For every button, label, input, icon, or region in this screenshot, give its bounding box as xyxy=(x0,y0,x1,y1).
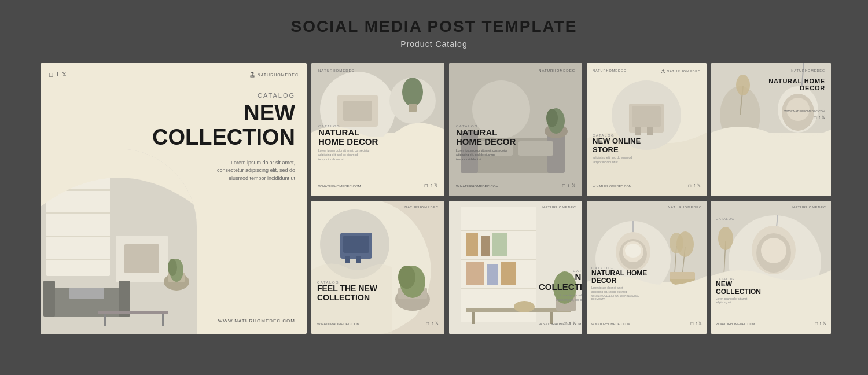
card2-url: W.NATURHOMEDEC.COM xyxy=(318,185,361,188)
card9-text: CATALOG NEWCOLLECTION Lorem ipsum dolor … xyxy=(716,277,761,305)
card9-social-icons: ◻ f 𝕏 xyxy=(815,321,826,326)
svg-rect-72 xyxy=(461,288,536,289)
card8-body: Lorem ipsum dolor sit ametadipiscing eli… xyxy=(591,286,647,302)
svg-rect-47 xyxy=(647,127,653,135)
card-8-natural-home-decor: NATURHOMEDEC CATALOG NATURAL HOMEDECOR L… xyxy=(587,201,707,334)
card1-url: WWW.NATURHOMEDEC.COM xyxy=(218,318,295,323)
card-1-new-collection: ◻ f 𝕏 xyxy=(41,63,307,334)
svg-rect-77 xyxy=(487,264,498,285)
page-title: SOCIAL MEDIA POST TEMPLATE xyxy=(291,17,578,36)
instagram-icon-7: ◻ xyxy=(564,321,567,326)
card2-brand: NATURHOMEDEC xyxy=(318,69,355,72)
svg-rect-16 xyxy=(104,314,106,326)
svg-rect-76 xyxy=(466,262,484,285)
card6-social-icons: ◻ f 𝕏 xyxy=(426,321,439,326)
card2-body: Lorem ipsum dolor sit amet, consectetura… xyxy=(318,149,378,162)
svg-rect-73 xyxy=(466,233,478,256)
card1-social-icons: ◻ f 𝕏 xyxy=(49,71,67,78)
card-6-feel-new-collection: NATURHOMEDEC CATALOG FEEL THE NEWCOLLECT… xyxy=(311,201,444,334)
twitter-icon-2: 𝕏 xyxy=(434,183,437,188)
card-3-natural-home-decor: NATURHOMEDEC CATALOG NATURALHOME DECOR L… xyxy=(449,63,582,196)
card9-catalog-top: CATALOG xyxy=(716,217,734,220)
instagram-icon: ◻ xyxy=(49,71,53,78)
svg-rect-98 xyxy=(670,272,695,279)
twitter-icon-7: 𝕏 xyxy=(573,321,576,326)
facebook-icon-9: f xyxy=(820,321,821,326)
card8-url: W.NATURHOMEDEC.COM xyxy=(591,322,630,326)
svg-rect-70 xyxy=(461,230,536,231)
svg-point-110 xyxy=(718,227,733,250)
card-grid: ◻ f 𝕏 xyxy=(41,63,827,334)
instagram-icon-4: ◻ xyxy=(688,183,692,188)
card9-title: NEWCOLLECTION xyxy=(716,281,761,296)
card5-website: WWW.NATURHOMEDEC.COM xyxy=(784,109,825,113)
card7-social-icons: ◻ f 𝕏 xyxy=(564,321,576,326)
twitter-icon-5: 𝕏 xyxy=(822,115,825,120)
facebook-icon-4: f xyxy=(694,183,695,188)
card8-title: NATURAL HOMEDECOR xyxy=(591,270,647,285)
card7-body: Lorem ipsum dolor sit ametadipiscing eli… xyxy=(539,293,582,302)
twitter-icon-3: 𝕏 xyxy=(572,183,575,188)
svg-rect-17 xyxy=(162,314,164,326)
card6-url: W.NATURHOMEDEC.COM xyxy=(317,322,360,326)
instagram-icon-9: ◻ xyxy=(815,321,818,326)
instagram-icon-3: ◻ xyxy=(562,183,566,188)
instagram-icon-6: ◻ xyxy=(426,321,429,326)
card7-title: NEWCOLLECTION xyxy=(539,273,582,292)
svg-rect-30 xyxy=(409,104,417,112)
card-2-natural-home-decor: CATALOG NATURALHOME DECOR Lorem ipsum do… xyxy=(311,63,444,196)
svg-point-29 xyxy=(402,78,423,106)
svg-rect-61 xyxy=(343,236,369,253)
svg-rect-78 xyxy=(501,262,516,285)
card2-text: CATALOG NATURALHOME DECOR Lorem ipsum do… xyxy=(318,124,378,162)
svg-rect-75 xyxy=(492,233,507,256)
card6-brand: NATURHOMEDEC xyxy=(404,205,439,209)
svg-rect-45 xyxy=(632,106,661,127)
card4-title: NEW ONLINESTORE xyxy=(593,137,641,154)
twitter-icon-9: 𝕏 xyxy=(823,321,826,326)
svg-point-82 xyxy=(514,301,535,312)
card4-text: CATALOG NEW ONLINESTORE adipiscing elit,… xyxy=(593,134,641,164)
twitter-icon-6: 𝕏 xyxy=(435,321,439,326)
svg-rect-27 xyxy=(343,101,372,121)
card6-title: FEEL THE NEWCOLLECTION xyxy=(317,284,377,302)
svg-rect-4 xyxy=(46,236,110,237)
card8-brand: NATURHOMEDEC xyxy=(668,205,702,209)
card1-brand-text: NATURHOMEDEC xyxy=(258,73,299,77)
card1-title: NEWCOLLECTION xyxy=(152,101,295,150)
page-subtitle: Product Catalog xyxy=(291,39,578,49)
svg-rect-12 xyxy=(43,281,55,317)
card2-title: NATURALHOME DECOR xyxy=(318,128,378,147)
card7-brand: NATURHOMEDEC xyxy=(542,205,576,209)
card4-body: adipiscing elit, sed do eiusmodtempor in… xyxy=(593,156,641,164)
card9-url: W.NATURHOMEDEC.COM xyxy=(716,322,755,326)
svg-point-92 xyxy=(625,244,641,258)
svg-rect-71 xyxy=(461,259,536,260)
card1-text-content: CATALOG NEWCOLLECTION Lorem ipsum dolor … xyxy=(152,92,295,182)
facebook-icon-3: f xyxy=(568,183,569,188)
svg-rect-80 xyxy=(472,312,475,324)
card3-text: CATALOG NATURALHOME DECOR Lorem ipsum do… xyxy=(456,124,516,162)
twitter-icon-4: 𝕏 xyxy=(697,183,701,188)
twitter-icon-8: 𝕏 xyxy=(698,321,702,326)
svg-rect-3 xyxy=(46,212,110,214)
page-header: SOCIAL MEDIA POST TEMPLATE Product Catal… xyxy=(291,17,578,49)
card6-text: CATALOG FEEL THE NEWCOLLECTION xyxy=(317,281,377,302)
card-5-natural-home-decor: NATURHOMEDEC NATURAL HOMEDECOR WWW.NATUR… xyxy=(711,63,831,196)
card1-brand: NATURHOMEDEC xyxy=(249,71,299,78)
card5-social-icons: ◻ f 𝕏 xyxy=(814,115,825,120)
svg-point-67 xyxy=(398,266,415,289)
card8-text: CATALOG NATURAL HOMEDECOR Lorem ipsum do… xyxy=(591,266,647,302)
card9-catalog-label-top: CATALOG xyxy=(716,217,734,220)
card4-brand: NATURHOMEDEC xyxy=(661,69,701,73)
card3-url: W.NATURHOMEDEC.COM xyxy=(456,185,499,188)
card-9-new-collection: NATURHOMEDEC CATALOG CATALOG NEWCOLLECTI… xyxy=(711,201,831,334)
twitter-icon: 𝕏 xyxy=(62,71,67,78)
svg-rect-62 xyxy=(345,256,350,263)
facebook-icon-2: f xyxy=(431,183,432,188)
card5-title-top: NATURAL HOMEDECOR xyxy=(768,78,825,91)
svg-rect-74 xyxy=(481,236,490,256)
svg-rect-5 xyxy=(46,259,110,260)
svg-rect-15 xyxy=(98,311,168,314)
card-7-new-collection: NATURHOMEDEC CATALOG NEWCOLLECTION Lorem… xyxy=(449,201,582,334)
